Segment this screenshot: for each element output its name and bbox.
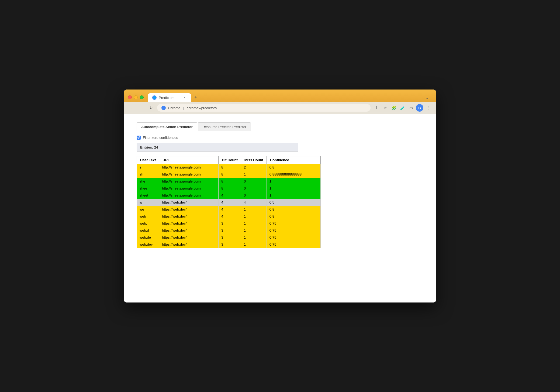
cell-usertext: w (137, 199, 159, 206)
cell-url: https://web.dev/ (159, 227, 219, 234)
entries-box: Entries: 24 (137, 143, 298, 152)
cell-url: https://web.dev/ (159, 199, 219, 206)
col-header-misscount: Miss Count (241, 156, 267, 164)
cell-misscount: 1 (241, 234, 267, 241)
cell-url: https://web.dev/ (159, 206, 219, 213)
new-tab-button[interactable]: + (191, 93, 201, 102)
col-header-hitcount: Hit Count (219, 156, 241, 164)
cell-hitcount: 4 (219, 199, 241, 206)
cell-hitcount: 8 (219, 178, 241, 185)
col-header-url: URL (159, 156, 219, 164)
profile-avatar[interactable]: B (416, 104, 423, 112)
col-header-usertext: User Text (137, 156, 159, 164)
cell-hitcount: 3 (219, 234, 241, 241)
cell-url: https://web.dev/ (159, 213, 219, 220)
cell-hitcount: 4 (219, 213, 241, 220)
bookmark-icon[interactable]: ☆ (381, 104, 389, 112)
cell-confidence: 0.75 (267, 220, 320, 227)
table-row: web https://web.dev/ 4 1 0.8 (137, 213, 321, 220)
close-button[interactable] (128, 95, 132, 99)
cell-misscount: 1 (241, 206, 267, 213)
reload-button[interactable]: ↻ (147, 104, 155, 112)
cell-usertext: she (137, 178, 159, 185)
share-icon[interactable]: ⤒ (373, 104, 380, 112)
cell-usertext: web. (137, 220, 159, 227)
cell-misscount: 2 (241, 164, 267, 171)
tab-title: Predictors (159, 96, 175, 100)
cell-url: http://sheets.google.com/ (159, 178, 219, 185)
col-header-confidence: Confidence (267, 156, 320, 164)
maximize-button[interactable] (140, 95, 144, 99)
cell-confidence: 0.75 (267, 241, 320, 248)
menu-icon[interactable]: ⋮ (424, 104, 432, 112)
cell-misscount: 4 (241, 199, 267, 206)
address-url: chrome://predictors (187, 106, 217, 110)
cell-usertext: web.dev (137, 241, 159, 248)
tab-close-button[interactable]: × (182, 95, 187, 100)
cell-url: http://sheets.google.com/ (159, 192, 219, 199)
cell-confidence: 1 (267, 192, 320, 199)
chrome-logo-icon (161, 106, 166, 110)
filter-label[interactable]: Filter zero confidences (143, 136, 178, 140)
cell-confidence: 0.8 (267, 206, 320, 213)
tab-more-button[interactable]: ⌄ (422, 93, 432, 102)
cell-confidence: 0.888888888888888 (267, 171, 320, 178)
title-bar: 🌐 Predictors × + ⌄ (124, 90, 436, 102)
tab-autocomplete[interactable]: Autocomplete Action Predictor (137, 122, 197, 131)
cell-misscount: 1 (241, 171, 267, 178)
filter-checkbox[interactable] (137, 136, 141, 140)
cell-url: http://sheets.google.com/ (159, 171, 219, 178)
cell-usertext: web.de (137, 234, 159, 241)
cell-hitcount: 8 (219, 171, 241, 178)
minimize-button[interactable] (134, 95, 138, 99)
cell-confidence: 0.8 (267, 164, 320, 171)
cell-misscount: 1 (241, 227, 267, 234)
cell-usertext: sh (137, 171, 159, 178)
tab-resource-prefetch[interactable]: Resource Prefetch Predictor (198, 122, 251, 131)
table-row: web.de https://web.dev/ 3 1 0.75 (137, 234, 321, 241)
page-content: Autocomplete Action Predictor Resource P… (124, 114, 436, 302)
table-row: sh http://sheets.google.com/ 8 1 0.88888… (137, 171, 321, 178)
cell-hitcount: 8 (219, 164, 241, 171)
table-row: we https://web.dev/ 4 1 0.8 (137, 206, 321, 213)
toolbar-icons: ⤒ ☆ 🧩 🧪 ▭ B ⋮ (373, 104, 432, 112)
cell-usertext: web (137, 213, 159, 220)
table-row: w https://web.dev/ 4 4 0.5 (137, 199, 321, 206)
address-input[interactable]: Chrome | chrome://predictors (157, 104, 371, 112)
back-button[interactable]: ← (128, 104, 136, 112)
table-row: s http://sheets.google.com/ 8 2 0.8 (137, 164, 321, 171)
table-row: she http://sheets.google.com/ 8 0 1 (137, 178, 321, 185)
data-table: User Text URL Hit Count Miss Count Confi… (137, 156, 321, 248)
forward-button[interactable]: → (138, 104, 145, 112)
cell-misscount: 0 (241, 178, 267, 185)
cell-misscount: 0 (241, 192, 267, 199)
table-row: sheet http://sheets.google.com/ 4 0 1 (137, 192, 321, 199)
active-tab[interactable]: 🌐 Predictors × (148, 93, 191, 102)
extensions-icon[interactable]: 🧩 (390, 104, 397, 112)
cell-url: http://sheets.google.com/ (159, 185, 219, 192)
split-icon[interactable]: ▭ (407, 104, 415, 112)
address-separator: | (183, 106, 184, 110)
address-bar: ← → ↻ Chrome | chrome://predictors ⤒ ☆ 🧩… (124, 102, 436, 114)
chrome-label: Chrome (168, 106, 180, 110)
table-row: web. https://web.dev/ 3 1 0.75 (137, 220, 321, 227)
cell-hitcount: 3 (219, 241, 241, 248)
cell-hitcount: 3 (219, 227, 241, 234)
cell-misscount: 1 (241, 220, 267, 227)
cell-hitcount: 8 (219, 185, 241, 192)
cell-confidence: 0.8 (267, 213, 320, 220)
filter-row: Filter zero confidences (137, 136, 423, 140)
table-header-row: User Text URL Hit Count Miss Count Confi… (137, 156, 321, 164)
lab-icon[interactable]: 🧪 (399, 104, 406, 112)
table-row: shee http://sheets.google.com/ 8 0 1 (137, 185, 321, 192)
cell-usertext: shee (137, 185, 159, 192)
cell-confidence: 1 (267, 185, 320, 192)
page-tabs: Autocomplete Action Predictor Resource P… (137, 122, 423, 131)
cell-confidence: 0.75 (267, 234, 320, 241)
cell-url: http://sheets.google.com/ (159, 164, 219, 171)
cell-misscount: 1 (241, 213, 267, 220)
cell-hitcount: 4 (219, 192, 241, 199)
table-row: web.dev https://web.dev/ 3 1 0.75 (137, 241, 321, 248)
cell-confidence: 0.75 (267, 227, 320, 234)
cell-hitcount: 4 (219, 206, 241, 213)
